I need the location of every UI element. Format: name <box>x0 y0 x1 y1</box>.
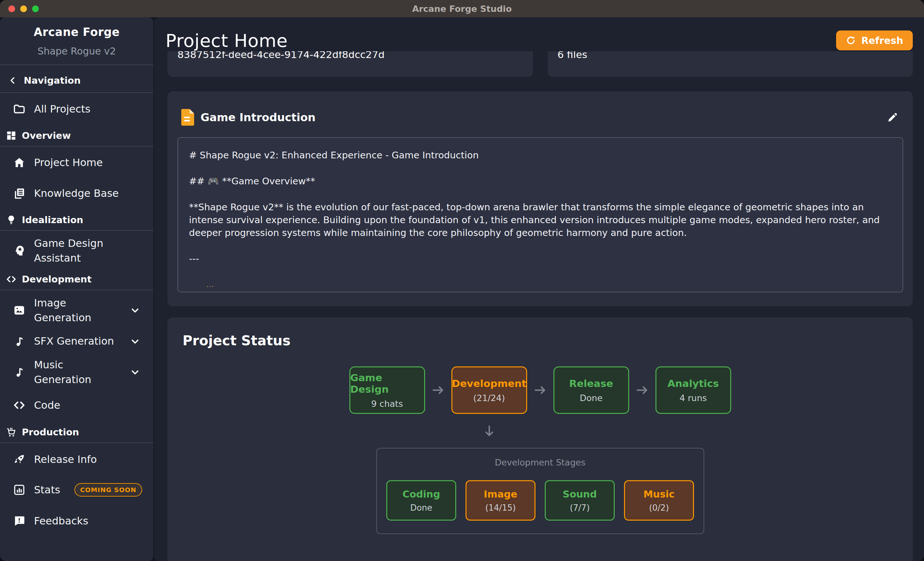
sidebar-item-label: Code <box>34 398 60 413</box>
dev-stage-label: Music <box>643 489 674 500</box>
sidebar-header-label: Production <box>22 427 79 438</box>
arrow-right-icon <box>527 383 554 397</box>
sidebar-item-label: Music Generation <box>34 358 121 387</box>
sidebar-item-label: Stats <box>34 482 60 497</box>
sidebar-back-navigation[interactable]: Navigation <box>0 70 153 90</box>
dev-stage-label: Sound <box>563 489 597 500</box>
sidebar-item-label: All Projects <box>34 102 90 117</box>
home-icon <box>13 156 26 169</box>
titlebar: Arcane Forge Studio <box>0 0 924 17</box>
traffic-lights <box>8 0 39 17</box>
flow-stage-detail: 9 chats <box>371 399 403 409</box>
flow-stage-detail: Done <box>580 393 603 403</box>
game-introduction-card: Game Introduction # Shape Rogue v2: Enha… <box>168 91 913 306</box>
divider <box>0 146 153 147</box>
main-header: Project Home Refresh <box>154 17 924 51</box>
md-heading-1: # Shape Rogue v2: Enhanced Experience - … <box>189 149 890 162</box>
flow-stage-detail: 4 runs <box>680 393 707 403</box>
md-heading-2: ## 🎮 **Game Overview** <box>189 175 890 187</box>
dev-stage-label: Coding <box>402 489 440 500</box>
md-rule: --- <box>189 252 890 265</box>
flow-stage-label: Release <box>569 378 613 389</box>
divider <box>0 230 153 231</box>
sidebar-header-label: Navigation <box>24 75 81 86</box>
document-icon <box>181 109 194 126</box>
project-id-card: 8387512f-deed-4cee-9174-422df8dcc27d <box>168 51 533 77</box>
code-icon <box>13 399 26 411</box>
flow-stage-detail: (21/24) <box>473 393 505 403</box>
folder-icon <box>13 103 26 115</box>
edit-button[interactable] <box>886 111 899 124</box>
lightbulb-icon <box>6 214 16 225</box>
image-icon <box>13 304 26 317</box>
chevron-down-icon <box>130 336 141 347</box>
flow-stage-release: Release Done <box>554 367 629 414</box>
sidebar-item-all-projects[interactable]: All Projects <box>0 100 153 118</box>
files-count-value: 6 files <box>558 51 588 60</box>
divider <box>0 64 153 65</box>
code-icon <box>6 274 16 285</box>
sidebar-item-label: SFX Generation <box>34 334 114 349</box>
introduction-markdown: # Shape Rogue v2: Enhanced Experience - … <box>177 137 903 292</box>
maximize-button[interactable] <box>32 6 39 12</box>
dashboard-icon <box>6 130 16 141</box>
sidebar: Arcane Forge Shape Rogue v2 Navigation A… <box>0 17 153 561</box>
chevron-down-icon <box>130 367 141 378</box>
book-icon <box>13 187 26 200</box>
sidebar-section-idealization: Idealization <box>0 212 153 228</box>
app-name: Arcane Forge <box>0 25 153 39</box>
project-name: Shape Rogue v2 <box>0 45 153 57</box>
sidebar-item-label: Image Generation <box>34 296 121 325</box>
files-card: 6 files <box>548 51 913 77</box>
sidebar-section-production: Production <box>0 424 153 440</box>
status-flow: Game Design 9 chats Development (21/24) <box>168 367 913 414</box>
refresh-label: Refresh <box>861 35 903 46</box>
sidebar-item-project-home[interactable]: Project Home <box>0 154 153 172</box>
project-id-value: 8387512f-deed-4cee-9174-422df8dcc27d <box>177 51 385 60</box>
flow-stage-analytics: Analytics 4 runs <box>656 367 731 414</box>
flow-stage-label: Development <box>452 378 526 389</box>
music-note-icon <box>13 366 26 378</box>
page-title: Project Home <box>165 30 288 51</box>
app-window: Arcane Forge Studio Arcane Forge Shape R… <box>0 0 924 561</box>
sidebar-item-knowledge-base[interactable]: Knowledge Base <box>0 184 153 202</box>
sidebar-item-music-generation[interactable]: Music Generation <box>0 358 153 387</box>
sidebar-header-label: Development <box>22 274 92 285</box>
dev-stage-detail: (7/7) <box>570 503 590 513</box>
sidebar-item-code[interactable]: Code <box>0 396 153 414</box>
sidebar-item-sfx-generation[interactable]: SFX Generation <box>0 332 153 350</box>
dev-stage-coding: Coding Done <box>386 480 456 521</box>
feedback-bubble-icon <box>13 515 26 527</box>
flow-stage-label: Analytics <box>668 378 718 389</box>
sidebar-item-game-design-assistant[interactable]: Game Design Assistant <box>0 236 153 266</box>
main-scroll-area[interactable]: 8387512f-deed-4cee-9174-422df8dcc27d 6 f… <box>154 51 924 561</box>
close-button[interactable] <box>8 6 15 12</box>
dev-stage-image: Image (14/15) <box>465 480 536 521</box>
pencil-icon <box>886 111 899 124</box>
dev-stage-detail: Done <box>410 503 432 513</box>
rocket-icon <box>13 453 26 466</box>
cart-icon <box>6 427 16 438</box>
divider <box>0 442 153 443</box>
development-stages-label: Development Stages <box>377 458 704 467</box>
flow-stage-label: Game Design <box>350 372 424 395</box>
sidebar-item-image-generation[interactable]: Image Generation <box>0 296 153 325</box>
sidebar-item-label: Feedbacks <box>34 513 88 528</box>
sidebar-item-stats[interactable]: Stats COMING SOON <box>0 481 153 499</box>
flow-stage-game-design: Game Design 9 chats <box>350 367 425 414</box>
arrow-right-icon <box>629 383 656 397</box>
status-title: Project Status <box>183 333 913 349</box>
sidebar-item-release-info[interactable]: Release Info <box>0 450 153 468</box>
refresh-button[interactable]: Refresh <box>836 30 913 50</box>
divider <box>0 289 153 290</box>
chevron-down-icon <box>130 305 141 316</box>
sidebar-section-development: Development <box>0 271 153 287</box>
md-paragraph: **Shape Rogue v2** is the evolution of o… <box>189 200 890 239</box>
divider <box>0 92 153 93</box>
minimize-button[interactable] <box>20 6 27 12</box>
assistant-head-icon <box>13 244 26 257</box>
arrow-right-icon <box>425 383 452 397</box>
sidebar-item-feedbacks[interactable]: Feedbacks <box>0 512 153 530</box>
chevron-left-icon <box>8 76 17 85</box>
arrow-down-icon <box>168 424 862 438</box>
